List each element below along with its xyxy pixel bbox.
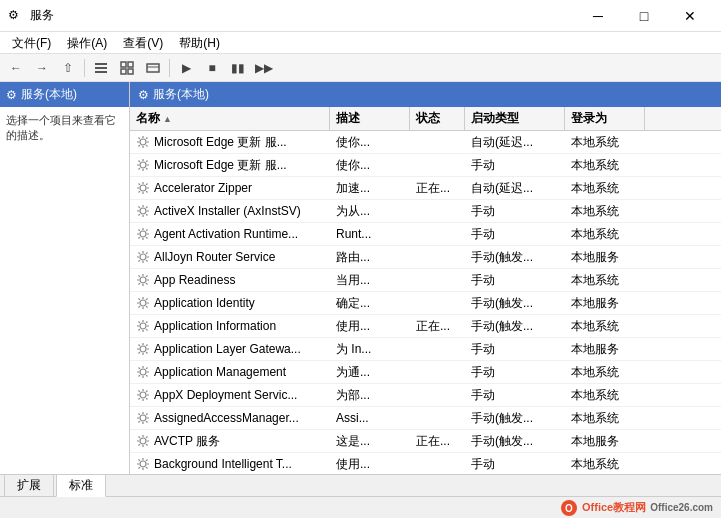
- cell-starttype: 手动(触发...: [465, 246, 565, 268]
- cell-status: [410, 269, 465, 291]
- svg-rect-7: [147, 64, 159, 72]
- table-row[interactable]: Application Information 使用... 正在... 手动(触…: [130, 315, 721, 338]
- service-gear-icon: [136, 411, 150, 425]
- cell-name: AVCTP 服务: [130, 430, 330, 452]
- bottom-tabs: 扩展 标准: [0, 474, 721, 496]
- tab-extend[interactable]: 扩展: [4, 474, 54, 496]
- table-row[interactable]: Application Management 为通... 手动 本地系统: [130, 361, 721, 384]
- menu-help[interactable]: 帮助(H): [171, 32, 228, 54]
- table-row[interactable]: Application Layer Gatewa... 为 In... 手动 本…: [130, 338, 721, 361]
- cell-desc: 当用...: [330, 269, 410, 291]
- left-panel-description: 选择一个项目来查看它的描述。: [6, 114, 116, 141]
- table-row[interactable]: Background Intelligent T... 使用... 手动 本地系…: [130, 453, 721, 474]
- table-row[interactable]: ActiveX Installer (AxInstSV) 为从... 手动 本地…: [130, 200, 721, 223]
- service-gear-icon: [136, 135, 150, 149]
- menu-action[interactable]: 操作(A): [59, 32, 115, 54]
- cell-status: [410, 338, 465, 360]
- service-gear-icon: [136, 250, 150, 264]
- right-panel-title: 服务(本地): [153, 86, 209, 103]
- col-status[interactable]: 状态: [410, 107, 465, 130]
- tab-standard[interactable]: 标准: [56, 474, 106, 497]
- toolbar-highlight[interactable]: [141, 57, 165, 79]
- toolbar-restart[interactable]: ▶▶: [252, 57, 276, 79]
- service-gear-icon: [136, 388, 150, 402]
- cell-desc: 使用...: [330, 315, 410, 337]
- cell-name: Application Identity: [130, 292, 330, 314]
- cell-desc: 为部...: [330, 384, 410, 406]
- service-gear-icon: [136, 434, 150, 448]
- cell-starttype: 手动: [465, 453, 565, 474]
- cell-desc: 确定...: [330, 292, 410, 314]
- table-row[interactable]: AssignedAccessManager... Assi... 手动(触发..…: [130, 407, 721, 430]
- service-gear-icon: [136, 227, 150, 241]
- table-row[interactable]: Microsoft Edge 更新 服... 使你... 手动 本地系统: [130, 154, 721, 177]
- logo-text: Office教程网: [582, 500, 646, 515]
- cell-starttype: 手动: [465, 384, 565, 406]
- toolbar-play[interactable]: ▶: [174, 57, 198, 79]
- service-gear-icon: [136, 342, 150, 356]
- toolbar-back[interactable]: ←: [4, 57, 28, 79]
- col-logon[interactable]: 登录为: [565, 107, 645, 130]
- cell-desc: 为 In...: [330, 338, 410, 360]
- svg-point-11: [140, 185, 146, 191]
- svg-rect-1: [95, 67, 107, 69]
- cell-name: ActiveX Installer (AxInstSV): [130, 200, 330, 222]
- table-row[interactable]: Application Identity 确定... 手动(触发... 本地服务: [130, 292, 721, 315]
- toolbar-up[interactable]: ⇧: [56, 57, 80, 79]
- svg-rect-2: [95, 71, 107, 73]
- toolbar-sep-1: [84, 59, 85, 77]
- close-button[interactable]: ✕: [667, 0, 713, 32]
- cell-starttype: 手动(触发...: [465, 407, 565, 429]
- toolbar-view2[interactable]: [115, 57, 139, 79]
- toolbar-pause[interactable]: ▮▮: [226, 57, 250, 79]
- app-icon: ⚙: [8, 8, 24, 24]
- cell-starttype: 手动: [465, 269, 565, 291]
- services-table[interactable]: 名称 ▲ 描述 状态 启动类型 登录为: [130, 107, 721, 474]
- title-bar-controls: ─ □ ✕: [575, 0, 713, 32]
- svg-rect-4: [128, 62, 133, 67]
- svg-point-22: [140, 438, 146, 444]
- table-row[interactable]: AllJoyn Router Service 路由... 手动(触发... 本地…: [130, 246, 721, 269]
- cell-logon: 本地系统: [565, 131, 645, 153]
- cell-starttype: 手动: [465, 361, 565, 383]
- table-row[interactable]: Microsoft Edge 更新 服... 使你... 自动(延迟... 本地…: [130, 131, 721, 154]
- service-gear-icon: [136, 319, 150, 333]
- gear-icon-right: ⚙: [138, 88, 149, 102]
- table-row[interactable]: Agent Activation Runtime... Runt... 手动 本…: [130, 223, 721, 246]
- table-row[interactable]: App Readiness 当用... 手动 本地系统: [130, 269, 721, 292]
- service-rows-container: Microsoft Edge 更新 服... 使你... 自动(延迟... 本地…: [130, 131, 721, 474]
- cell-desc: Assi...: [330, 407, 410, 429]
- toolbar-stop[interactable]: ■: [200, 57, 224, 79]
- toolbar-forward[interactable]: →: [30, 57, 54, 79]
- toolbar-view1[interactable]: [89, 57, 113, 79]
- cell-name: Application Layer Gatewa...: [130, 338, 330, 360]
- svg-point-16: [140, 300, 146, 306]
- table-row[interactable]: Accelerator Zipper 加速... 正在... 自动(延迟... …: [130, 177, 721, 200]
- title-bar-title: 服务: [30, 7, 54, 24]
- office-logo-icon: O: [560, 499, 578, 517]
- table-row[interactable]: AppX Deployment Servic... 为部... 手动 本地系统: [130, 384, 721, 407]
- table-row[interactable]: AVCTP 服务 这是... 正在... 手动(触发... 本地服务: [130, 430, 721, 453]
- col-name[interactable]: 名称 ▲: [130, 107, 330, 130]
- col-starttype[interactable]: 启动类型: [465, 107, 565, 130]
- menu-view[interactable]: 查看(V): [115, 32, 171, 54]
- sort-arrow-name: ▲: [163, 114, 172, 124]
- cell-logon: 本地服务: [565, 430, 645, 452]
- menu-file[interactable]: 文件(F): [4, 32, 59, 54]
- cell-logon: 本地系统: [565, 177, 645, 199]
- cell-desc: 使你...: [330, 131, 410, 153]
- cell-starttype: 手动: [465, 154, 565, 176]
- svg-rect-5: [121, 69, 126, 74]
- cell-logon: 本地系统: [565, 361, 645, 383]
- svg-point-10: [140, 162, 146, 168]
- service-gear-icon: [136, 158, 150, 172]
- col-desc[interactable]: 描述: [330, 107, 410, 130]
- cell-desc: 加速...: [330, 177, 410, 199]
- svg-point-9: [140, 139, 146, 145]
- cell-status: 正在...: [410, 430, 465, 452]
- cell-name: AllJoyn Router Service: [130, 246, 330, 268]
- maximize-button[interactable]: □: [621, 0, 667, 32]
- cell-name: Background Intelligent T...: [130, 453, 330, 474]
- cell-starttype: 手动: [465, 223, 565, 245]
- minimize-button[interactable]: ─: [575, 0, 621, 32]
